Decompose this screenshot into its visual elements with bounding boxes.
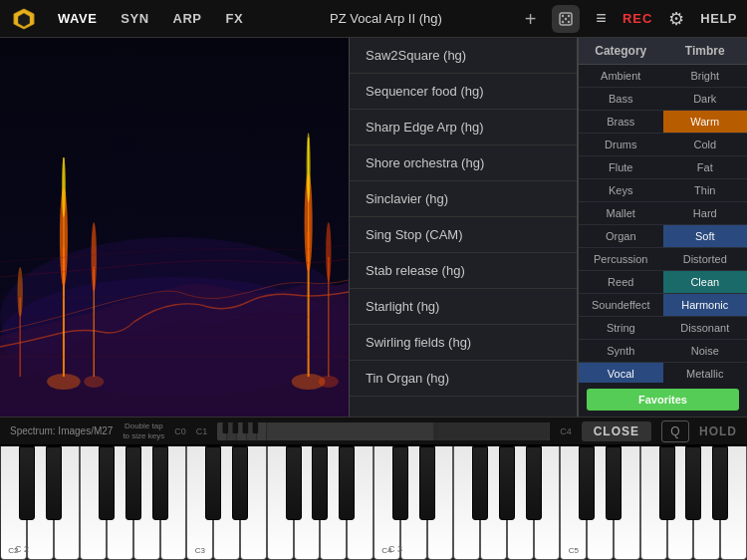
svg-rect-43: [267, 422, 433, 440]
filter-header: Category Timbre: [579, 38, 747, 65]
filter-rows: Ambient Bass Brass Drums Flute Keys Mall…: [579, 65, 747, 383]
tab-wave[interactable]: WAVE: [54, 9, 101, 28]
preset-item[interactable]: Swirling fields (hg): [350, 325, 577, 361]
preset-name[interactable]: PZ Vocal Arp II (hg): [263, 11, 509, 26]
timbre-bright[interactable]: Bright: [663, 65, 748, 88]
category-header: Category: [579, 38, 663, 64]
preset-item[interactable]: Saw2Square (hg): [350, 38, 577, 74]
close-button[interactable]: CLOSE: [582, 421, 651, 441]
svg-point-26: [84, 376, 104, 388]
svg-rect-39: [223, 422, 229, 433]
svg-point-18: [18, 267, 23, 317]
menu-icon[interactable]: ≡: [596, 8, 607, 29]
black-key[interactable]: [125, 446, 141, 520]
tab-arp[interactable]: ARP: [169, 9, 206, 28]
black-key[interactable]: [99, 446, 115, 520]
preset-item[interactable]: Sharp Edge Arp (hg): [350, 110, 577, 145]
svg-rect-40: [233, 422, 239, 433]
tab-syn[interactable]: SYN: [117, 9, 152, 28]
timbre-fat[interactable]: Fat: [663, 156, 748, 179]
favorites-button[interactable]: Favorites: [587, 389, 738, 411]
timbre-header: Timbre: [663, 38, 748, 64]
category-mallet[interactable]: Mallet: [579, 202, 663, 225]
preset-item[interactable]: Sing Stop (CAM): [350, 217, 577, 253]
preset-item[interactable]: Starlight (hg): [350, 289, 577, 325]
key-c0-label: C0: [174, 426, 186, 436]
black-key[interactable]: [419, 446, 435, 520]
key-c4-label: C4: [560, 426, 572, 436]
category-synth[interactable]: Synth: [579, 340, 663, 363]
settings-icon[interactable]: ⚙: [668, 8, 684, 30]
category-drums[interactable]: Drums: [579, 134, 663, 156]
black-key[interactable]: [286, 446, 302, 520]
spectrum-visualization: [0, 38, 349, 417]
timbre-dark[interactable]: Dark: [663, 88, 748, 111]
black-key[interactable]: [232, 446, 248, 520]
black-key[interactable]: [499, 446, 515, 520]
black-key[interactable]: [579, 446, 595, 520]
svg-point-7: [565, 17, 567, 19]
category-soundeffect[interactable]: Soundeffect: [579, 294, 663, 317]
svg-point-5: [562, 20, 564, 22]
piano-label-c2: C 2: [15, 544, 29, 554]
filter-panel: Category Timbre Ambient Bass Brass Drums…: [578, 38, 747, 417]
category-keys[interactable]: Keys: [579, 179, 663, 202]
black-key[interactable]: [526, 446, 542, 520]
main-area: Saw2Square (hg) Sequencer food (hg) Shar…: [0, 38, 747, 417]
category-percussion[interactable]: Percussion: [579, 248, 663, 271]
piano-keys-container: C2C3C4C5: [0, 446, 747, 560]
svg-point-28: [319, 376, 339, 388]
timbre-dissonant[interactable]: Dissonant: [663, 317, 748, 340]
timbre-distorted[interactable]: Distorted: [663, 248, 748, 271]
category-reed[interactable]: Reed: [579, 271, 663, 294]
black-key[interactable]: [712, 446, 728, 520]
black-key[interactable]: [339, 446, 355, 520]
preset-item[interactable]: Tin Organ (hg): [350, 361, 577, 397]
category-flute[interactable]: Flute: [579, 156, 663, 179]
category-ambient[interactable]: Ambient: [579, 65, 663, 88]
svg-point-14: [62, 157, 66, 217]
timbre-noise[interactable]: Noise: [663, 340, 748, 363]
category-vocal[interactable]: Vocal: [579, 363, 663, 383]
add-preset-button[interactable]: +: [525, 9, 537, 29]
timbre-thin[interactable]: Thin: [663, 179, 748, 202]
black-key[interactable]: [312, 446, 328, 520]
black-key[interactable]: [46, 446, 62, 520]
black-key[interactable]: [152, 446, 168, 520]
timbre-harmonic[interactable]: Harmonic: [663, 294, 748, 317]
quantize-button[interactable]: Q: [661, 420, 689, 442]
preset-item[interactable]: Shore orchestra (hg): [350, 145, 577, 181]
black-key[interactable]: [685, 446, 701, 520]
top-navigation: WAVE SYN ARP FX PZ Vocal Arp II (hg) + ≡…: [0, 0, 747, 38]
timbre-soft[interactable]: Soft: [663, 225, 748, 248]
mini-keyboard-strip: [217, 422, 550, 440]
timbre-clean[interactable]: Clean: [663, 271, 748, 294]
tab-fx[interactable]: FX: [222, 9, 248, 28]
black-key[interactable]: [472, 446, 488, 520]
category-bass[interactable]: Bass: [579, 88, 663, 111]
category-organ[interactable]: Organ: [579, 225, 663, 248]
preset-item[interactable]: Stab release (hg): [350, 253, 577, 289]
black-key[interactable]: [659, 446, 675, 520]
svg-rect-42: [253, 422, 259, 433]
preset-item[interactable]: Sinclavier (hg): [350, 181, 577, 217]
svg-rect-41: [243, 422, 249, 433]
timbre-warm[interactable]: Warm: [663, 111, 748, 134]
preset-item[interactable]: Sequencer food (hg): [350, 74, 577, 110]
timbre-column: Bright Dark Warm Cold Fat Thin Hard Soft…: [663, 65, 748, 383]
rec-button[interactable]: REC: [622, 11, 652, 26]
black-key[interactable]: [606, 446, 622, 520]
transport-bar: Spectrum: Images/M27 Double tap to size …: [0, 417, 747, 444]
key-c1-label: C1: [196, 426, 208, 436]
random-dice-button[interactable]: [552, 5, 580, 33]
timbre-hard[interactable]: Hard: [663, 202, 748, 225]
black-key[interactable]: [19, 446, 35, 520]
black-key[interactable]: [392, 446, 408, 520]
category-brass[interactable]: Brass: [579, 111, 663, 134]
black-key[interactable]: [205, 446, 221, 520]
category-string[interactable]: String: [579, 317, 663, 340]
timbre-cold[interactable]: Cold: [663, 134, 748, 156]
timbre-metallic[interactable]: Metallic: [663, 363, 748, 383]
help-button[interactable]: HELP: [700, 11, 737, 26]
hold-button[interactable]: HOLD: [699, 424, 737, 438]
